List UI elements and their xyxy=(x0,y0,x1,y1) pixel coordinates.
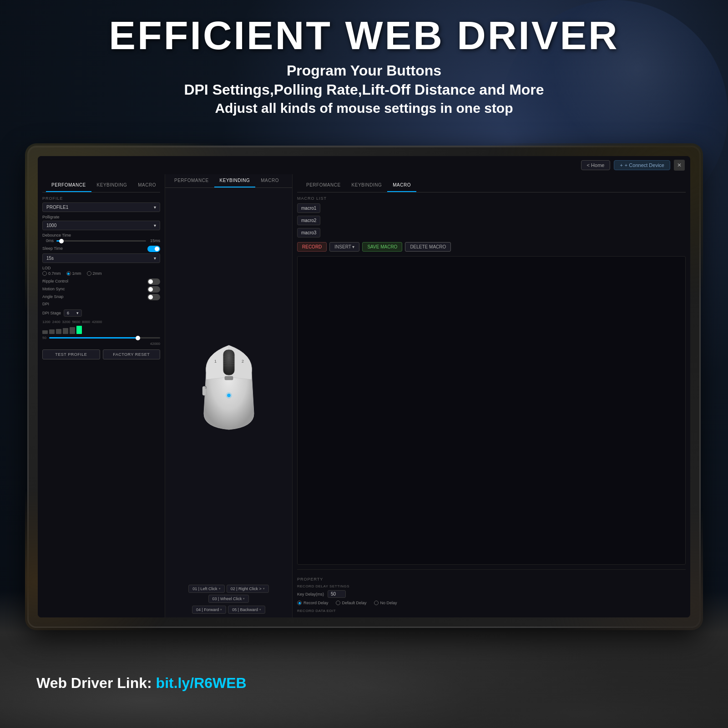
btn-left-click[interactable]: 01 | Left Click ▾ xyxy=(188,585,224,593)
svg-rect-0 xyxy=(223,350,234,375)
home-label: < Home xyxy=(587,162,605,168)
debounce-min: 0ms xyxy=(42,238,54,243)
btn-backward[interactable]: 05 | Backward ▾ xyxy=(228,606,265,614)
record-delay-option[interactable]: Record Delay xyxy=(297,601,329,605)
mid-panel: PERFOMANCE KEYBINDING MACRO xyxy=(165,174,293,617)
ripple-toggle[interactable] xyxy=(147,278,160,285)
tab-performance-right[interactable]: PERFOMANCE xyxy=(301,179,346,192)
dpi-fill xyxy=(49,337,138,339)
footer-text: Web Driver Link: xyxy=(36,675,156,691)
tab-keybinding-right[interactable]: KEYBINDING xyxy=(346,179,388,192)
lod-option-1[interactable]: 1mm xyxy=(66,271,81,276)
test-profile-button[interactable]: TEST PROFILE xyxy=(42,349,100,359)
record-delay-section: RECORD DELAY SETTINGS Key Delay(ms) 50 R… xyxy=(297,584,686,605)
sleep-row: Sleep Time xyxy=(42,246,160,252)
close-button[interactable]: ✕ xyxy=(674,160,685,171)
dpi-stage-row: DPI Stage 6 ▾ xyxy=(42,308,160,318)
dpi-stage-select[interactable]: 6 ▾ xyxy=(64,309,82,317)
connect-icon: + xyxy=(620,162,622,168)
macro-item-3[interactable]: macro3 xyxy=(297,228,320,238)
svg-text:5: 5 xyxy=(205,385,207,389)
macro-editor[interactable] xyxy=(297,256,686,565)
key-delay-label: Key Delay(ms) xyxy=(297,592,324,597)
sleep-dropdown[interactable]: 15s ▾ xyxy=(42,253,160,263)
angle-toggle[interactable] xyxy=(147,294,160,300)
dpi-bars xyxy=(42,325,160,334)
debounce-max: 15ms xyxy=(149,238,160,243)
debounce-track xyxy=(56,240,146,242)
tab-keybinding-mid[interactable]: KEYBINDING xyxy=(214,174,256,187)
lod-row: LOD 0.7mm 1mm 2mm xyxy=(42,266,160,276)
property-section: PROPERTY RECORD DELAY SETTINGS Key Delay… xyxy=(297,569,686,613)
btn-02-arrow: ▾ xyxy=(263,587,265,591)
mouse-button-labels-row2: 04 | Forward ▾ 05 | Backward ▾ xyxy=(165,606,292,617)
motion-toggle[interactable] xyxy=(147,286,160,293)
dpi-val-6: 42000 xyxy=(92,320,102,324)
no-delay-radio xyxy=(374,601,379,605)
default-delay-radio xyxy=(336,601,340,605)
btn-right-click[interactable]: 02 | Right Click > ▾ xyxy=(227,585,269,593)
motion-row: Motion Sync xyxy=(42,286,160,293)
mouse-illustration: 1 2 5 xyxy=(192,336,265,436)
subtitle1: Program Your Buttons xyxy=(0,62,728,79)
sleep-value: 15s xyxy=(46,256,54,261)
dpi-stage-value: 6 xyxy=(67,311,69,315)
btn-forward[interactable]: 04 | Forward ▾ xyxy=(192,606,226,614)
header-section: EFFICIENT WEB DRIVER Program Your Button… xyxy=(0,14,728,116)
save-macro-button[interactable]: SAVE MACRO xyxy=(362,242,402,252)
subtitle3: Adjust all kinds of mouse settings in on… xyxy=(0,101,728,116)
lod-option-2[interactable]: 2mm xyxy=(87,271,102,276)
tab-macro-left[interactable]: MACRO xyxy=(132,179,162,192)
chevron-down-icon3: ▾ xyxy=(154,256,156,261)
bottom-buttons: TEST PROFILE FACTORY RESET xyxy=(42,349,160,359)
debounce-slider[interactable]: 0ms 15ms xyxy=(42,238,160,243)
lod-07-label: 0.7mm xyxy=(48,271,61,276)
home-button[interactable]: < Home xyxy=(581,160,611,170)
mouse-button-labels: 01 | Left Click ▾ 02 | Right Click > ▾ 0… xyxy=(165,585,292,606)
macro-actions: RECORD INSERT ▾ SAVE MACRO DELETE MACRO xyxy=(297,242,686,252)
dpi-bar-1 xyxy=(42,330,48,334)
record-button[interactable]: RECORD xyxy=(297,242,327,252)
insert-button[interactable]: INSERT ▾ xyxy=(329,242,359,252)
insert-arrow: ▾ xyxy=(352,244,354,249)
ripple-row: Ripple Control xyxy=(42,278,160,285)
tab-macro-right[interactable]: MACRO xyxy=(387,179,416,192)
factory-reset-button[interactable]: FACTORY RESET xyxy=(103,349,161,359)
macro-item-1[interactable]: macro1 xyxy=(297,203,320,213)
debounce-thumb[interactable] xyxy=(59,239,64,243)
default-delay-option[interactable]: Default Delay xyxy=(336,601,367,605)
macro-section: MACRO LIST macro1 macro2 macro3 RECORD I… xyxy=(297,192,686,613)
lod-option-07[interactable]: 0.7mm xyxy=(42,271,61,276)
sleep-toggle[interactable] xyxy=(147,246,160,252)
dpi-slider-row: 50 xyxy=(42,336,160,340)
tab-keybinding-left[interactable]: KEYBINDING xyxy=(91,179,133,192)
debounce-label: Debounce Time xyxy=(42,233,160,238)
polligrate-dropdown[interactable]: 1000 ▾ xyxy=(42,221,160,230)
top-bar: < Home + + Connect Device ✕ xyxy=(38,156,690,174)
dpi-bar-6 xyxy=(76,326,82,334)
tab-macro-mid[interactable]: MACRO xyxy=(255,174,284,187)
profile-value: PROFILE1 xyxy=(46,205,68,210)
btn-05-arrow: ▾ xyxy=(259,608,261,612)
default-delay-label: Default Delay xyxy=(342,601,367,605)
main-title: EFFICIENT WEB DRIVER xyxy=(0,14,728,58)
btn-wheel-click[interactable]: 03 | Wheel Click ▾ xyxy=(208,595,249,603)
connect-device-button[interactable]: + + Connect Device xyxy=(614,160,670,170)
macro-item-2[interactable]: macro2 xyxy=(297,216,320,225)
motion-label: Motion Sync xyxy=(42,287,65,291)
profile-dropdown[interactable]: PROFILE1 ▾ xyxy=(42,202,160,212)
dpi-max-label: 42000 xyxy=(42,342,160,346)
macro-list-title: MACRO LIST xyxy=(297,196,686,201)
tab-performance-left[interactable]: PERFOMANCE xyxy=(46,179,91,192)
right-tab-row: PERFOMANCE KEYBINDING MACRO xyxy=(297,179,686,192)
dpi-bar-5 xyxy=(70,327,75,334)
footer-url[interactable]: bit.ly/R6WEB xyxy=(156,675,247,691)
close-icon: ✕ xyxy=(677,162,682,168)
key-delay-input[interactable]: 50 xyxy=(328,590,346,598)
delete-macro-button[interactable]: DELETE MACRO xyxy=(405,242,451,252)
lod-radio-group: 0.7mm 1mm 2mm xyxy=(42,271,160,276)
dpi-thumb[interactable] xyxy=(136,336,140,340)
no-delay-option[interactable]: No Delay xyxy=(374,601,397,605)
dpi-track[interactable] xyxy=(49,337,160,339)
tab-performance-mid[interactable]: PERFOMANCE xyxy=(169,174,214,187)
